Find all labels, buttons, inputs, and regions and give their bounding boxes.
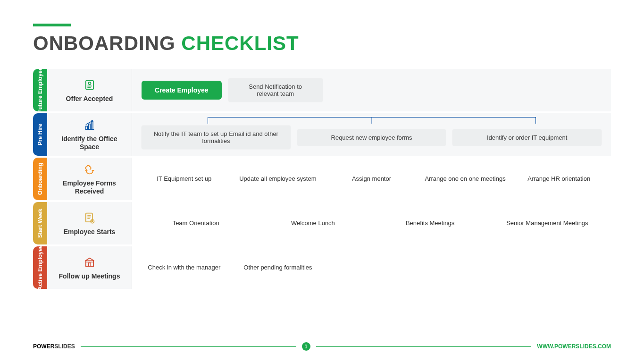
phase-head-label: Identify the Office Space bbox=[54, 135, 125, 151]
phase-tab: Onboarding bbox=[33, 158, 47, 200]
phase-tab: Future Employee bbox=[33, 69, 47, 111]
task-card: Send Notification to relevant team bbox=[228, 78, 323, 102]
footer: POWERSLIDES 1 WWW.POWERSLIDES.COM bbox=[33, 342, 611, 351]
svg-rect-14 bbox=[85, 261, 93, 266]
phase-tab-label: Future Employee bbox=[37, 67, 43, 113]
task-card: Notify the IT team to set up Email id an… bbox=[142, 126, 291, 149]
phase-tab: Active Employee bbox=[33, 246, 47, 289]
phase-tab: Start Week bbox=[33, 202, 47, 244]
title-accent-bar bbox=[33, 24, 71, 26]
title-part2: CHECKLIST bbox=[181, 32, 299, 54]
phase-tab-label: Pre Hire bbox=[37, 124, 43, 145]
page-number-badge: 1 bbox=[302, 342, 310, 351]
phase-head-label: Offer Accepted bbox=[66, 95, 113, 103]
phase-tab-label: Start Week bbox=[37, 209, 43, 238]
checklist-row: OnboardingEmployee Forms ReceivedIT Equi… bbox=[33, 158, 611, 200]
phase-icon bbox=[83, 78, 97, 92]
slide: ONBOARDING CHECKLIST Future EmployeeOffe… bbox=[0, 0, 644, 362]
phase-icon bbox=[83, 211, 97, 225]
connector-line bbox=[535, 117, 536, 124]
task-text: Arrange one on one meetings bbox=[423, 175, 508, 183]
phase-head-label: Follow up Meetings bbox=[59, 272, 120, 280]
footer-url: WWW.POWERSLIDES.COM bbox=[537, 343, 611, 350]
task-card: Request new employee forms bbox=[297, 129, 446, 146]
connector-line bbox=[371, 117, 372, 124]
footer-brand: POWERSLIDES bbox=[33, 343, 75, 350]
footer-line-right bbox=[316, 346, 532, 347]
checklist-row: Pre HireIdentify the Office SpaceNotify … bbox=[33, 113, 611, 156]
svg-point-1 bbox=[88, 82, 91, 84]
phase-head: Offer Accepted bbox=[47, 69, 132, 111]
svg-rect-6 bbox=[88, 124, 90, 130]
phase-tab-label: Active Employee bbox=[37, 245, 43, 290]
task-text: Welcome Lunch bbox=[259, 219, 367, 227]
phase-head: Follow up Meetings bbox=[47, 246, 132, 289]
task-text: Update all employee system bbox=[235, 175, 321, 183]
task-text: Check in with the manager bbox=[142, 264, 227, 271]
phase-head: Employee Starts bbox=[47, 202, 132, 244]
svg-rect-15 bbox=[88, 263, 91, 266]
checklist-rows: Future EmployeeOffer AcceptedCreate Empl… bbox=[33, 69, 611, 289]
checklist-row: Active EmployeeFollow up MeetingsCheck i… bbox=[33, 246, 611, 289]
task-text: IT Equipment set up bbox=[142, 175, 227, 183]
phase-tab: Pre Hire bbox=[33, 113, 47, 156]
task-text: Other pending formalities bbox=[235, 264, 321, 271]
task-text: Team Orientation bbox=[142, 219, 250, 227]
task-card: Identify or order IT equipment bbox=[452, 129, 602, 146]
phase-head: Identify the Office Space bbox=[47, 113, 132, 156]
phase-tab-label: Onboarding bbox=[37, 163, 43, 195]
phase-body: Notify the IT team to set up Email id an… bbox=[132, 113, 611, 156]
phase-icon bbox=[83, 118, 97, 132]
phase-icon bbox=[83, 162, 97, 177]
phase-body: Check in with the managerOther pending f… bbox=[132, 246, 611, 289]
task-text: Assign mentor bbox=[329, 175, 414, 183]
action-button[interactable]: Create Employee bbox=[142, 81, 222, 100]
phase-head-label: Employee Starts bbox=[64, 228, 116, 236]
task-text: Arrange HR orientation bbox=[516, 175, 602, 183]
phase-head: Employee Forms Received bbox=[47, 158, 132, 200]
phase-icon bbox=[83, 255, 97, 269]
checklist-row: Start WeekEmployee StartsTeam Orientatio… bbox=[33, 202, 611, 244]
connector-line bbox=[208, 117, 208, 124]
checklist-row: Future EmployeeOffer AcceptedCreate Empl… bbox=[33, 69, 611, 111]
slide-title: ONBOARDING CHECKLIST bbox=[33, 32, 611, 55]
phase-body: IT Equipment set upUpdate all employee s… bbox=[132, 158, 611, 200]
task-text: Benefits Meetings bbox=[376, 219, 485, 227]
svg-rect-5 bbox=[85, 126, 87, 130]
svg-rect-7 bbox=[91, 122, 93, 129]
footer-line-left bbox=[81, 346, 296, 347]
phase-head-label: Employee Forms Received bbox=[54, 179, 125, 195]
phase-body: Team OrientationWelcome LunchBenefits Me… bbox=[132, 202, 611, 244]
title-part1: ONBOARDING bbox=[33, 32, 181, 54]
phase-body: Create EmployeeSend Notification to rele… bbox=[132, 69, 611, 111]
task-text: Senior Management Meetings bbox=[493, 219, 602, 227]
